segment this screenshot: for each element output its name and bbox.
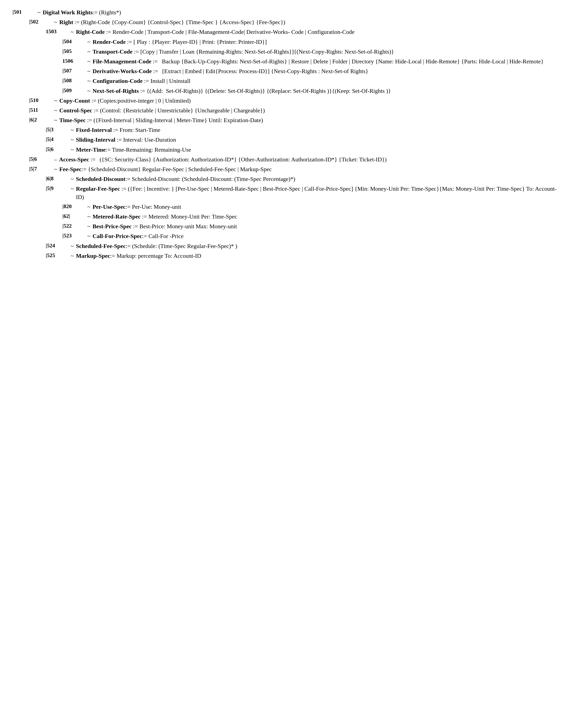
entry-1516-meter: |5|6 ~ Meter-Time:= Time-Remaining: Rema… bbox=[12, 146, 563, 154]
tilde-1525: ~ bbox=[71, 252, 74, 260]
tilde-1523: ~ bbox=[87, 232, 91, 240]
tilde-1522: ~ bbox=[87, 222, 91, 230]
entry-content-1517: Fee-Spec:= {Scheduled-Discount} Regular-… bbox=[59, 165, 563, 173]
entry-number-1501: |501 bbox=[12, 8, 37, 16]
entry-1517: |5|7 ~ Fee-Spec:= {Scheduled-Discount} R… bbox=[12, 165, 563, 173]
tilde-1524: ~ bbox=[71, 242, 74, 250]
entry-number-1516-access: |5|6 bbox=[29, 155, 54, 163]
entry-number-1503: 1503 bbox=[46, 28, 71, 35]
entry-1508: |508 ~ Configuration-Code := Install | U… bbox=[12, 77, 563, 85]
tilde-1621: ~ bbox=[87, 213, 91, 221]
tilde-1511: ~ bbox=[54, 106, 57, 114]
tilde-1503: ~ bbox=[71, 28, 74, 36]
entry-content-1514: Sliding-Interval := Interval: Use-Durati… bbox=[76, 136, 563, 144]
entry-1618: |6|8 ~ Scheduled-Discount:= Scheduled-Di… bbox=[12, 175, 563, 183]
entry-content-1516-meter: Meter-Time:= Time-Remaining: Remaining-U… bbox=[76, 146, 563, 154]
entry-content-1503: Right-Code := Render-Code | Transport-Co… bbox=[76, 28, 563, 36]
entry-number-1519: |5|9 bbox=[46, 185, 71, 192]
entry-content-1510: Copy-Count := (Copies:positive-integer |… bbox=[59, 97, 563, 105]
entry-content-1516-access: Access-Spec := ({SC: Security-Class} {Au… bbox=[59, 155, 563, 163]
entry-1516-access: |5|6 – Access-Spec := ({SC: Security-Cla… bbox=[12, 155, 563, 163]
entry-number-1506: 1506 bbox=[62, 57, 87, 65]
tilde-1514: ~ bbox=[71, 136, 74, 144]
entry-1612: |6|2 ~ Time-Spec := ({Fixed-Interval | S… bbox=[12, 116, 563, 124]
entry-1525: |525 ~ Markup-Spec:= Markup: percentage … bbox=[12, 252, 563, 260]
entry-content-1525: Markup-Spec:= Markup: percentage To: Acc… bbox=[76, 252, 563, 260]
entry-number-1524: |524 bbox=[46, 242, 71, 250]
tilde-1513: ~ bbox=[71, 126, 74, 134]
entry-number-1516-meter: |5|6 bbox=[46, 146, 71, 153]
entry-content-1504: Render-Code := [ Play : {Player: Player-… bbox=[93, 38, 563, 46]
tilde-1504: ~ bbox=[87, 38, 91, 46]
entry-1523: |523 ~ Call-For-Price-Spec:= Call-For -P… bbox=[12, 232, 563, 240]
entry-1621: |62| ~ Metered-Rate-Spec := Metered: Mon… bbox=[12, 213, 563, 221]
entry-content-1509: Next-Set-of-Rights := {(Add: Set-Of-Righ… bbox=[93, 87, 563, 95]
entry-content-1522: Best-Price-Spec := Best-Price: Money-uni… bbox=[93, 222, 563, 230]
entry-number-1522: |522 bbox=[62, 222, 87, 230]
tilde-1820: ~ bbox=[87, 203, 91, 211]
entry-number-1618: |6|8 bbox=[46, 175, 71, 182]
entry-content-1612: Time-Spec := ({Fixed-Interval | Sliding-… bbox=[59, 116, 563, 124]
tilde-1519: ~ bbox=[71, 185, 74, 193]
entry-number-1510: |510 bbox=[29, 97, 54, 104]
entry-1505: |505 ~ Transport-Code := [Copy | Transfe… bbox=[12, 47, 563, 56]
entry-1820: |820 ~ Per-Use-Spec:= Per-Use: Money-uni… bbox=[12, 203, 563, 211]
entry-number-1502: |502 bbox=[29, 18, 54, 26]
entry-number-1513: |5|3 bbox=[46, 126, 71, 133]
tilde-1505: ~ bbox=[87, 47, 91, 56]
entry-content-1507: Derivative-Works-Code := [Extract | Embe… bbox=[93, 67, 563, 75]
entry-1522: |522 ~ Best-Price-Spec := Best-Price: Mo… bbox=[12, 222, 563, 230]
entry-number-1507: |507 bbox=[62, 67, 87, 75]
entry-content-1508: Configuration-Code := Install | Uninstal… bbox=[93, 77, 563, 85]
tilde-1612: ~ bbox=[54, 116, 57, 124]
tilde-1516-access: – bbox=[54, 155, 57, 163]
entry-1511: |511 ~ Control-Spec := (Control: {Restri… bbox=[12, 106, 563, 114]
tilde-1509: ~ bbox=[87, 87, 91, 95]
entry-1501: |501 ~ Digital Work Rights:= (Rights*) bbox=[12, 8, 563, 16]
tilde-1507: ~ bbox=[87, 67, 91, 75]
tilde-1517: ~ bbox=[54, 165, 57, 173]
entry-number-1621: |62| bbox=[62, 213, 87, 220]
entry-content-1505: Transport-Code := [Copy | Transfer | Loa… bbox=[93, 47, 563, 56]
entry-1519: |5|9 ~ Regular-Fee-Spec := ({Fee: | Ince… bbox=[12, 185, 563, 201]
entry-content-1523: Call-For-Price-Spec:= Call-For -Price bbox=[93, 232, 563, 240]
tilde-1506: ~ bbox=[87, 57, 91, 65]
entry-number-1612: |6|2 bbox=[29, 116, 54, 123]
entry-1503: 1503 ~ Right-Code := Render-Code | Trans… bbox=[12, 28, 563, 36]
entry-number-1514: |5|4 bbox=[46, 136, 71, 143]
entry-1509: |509 ~ Next-Set-of-Rights := {(Add: Set-… bbox=[12, 87, 563, 95]
entry-number-1820: |820 bbox=[62, 203, 87, 210]
entry-content-1506: File-Management-Code := Backup {Back-Up-… bbox=[93, 57, 563, 65]
entry-number-1525: |525 bbox=[46, 252, 71, 259]
tilde-1618: ~ bbox=[71, 175, 74, 183]
tilde-1501: ~ bbox=[37, 8, 40, 16]
entry-1513: |5|3 ~ Fixed-Interval := From: Start-Tim… bbox=[12, 126, 563, 134]
tilde-1508: ~ bbox=[87, 77, 91, 85]
entry-content-1519: Regular-Fee-Spec := ({Fee: | Incentive: … bbox=[76, 185, 563, 201]
entry-content-1513: Fixed-Interval := From: Start-Time bbox=[76, 126, 563, 134]
tilde-1502: ~ bbox=[54, 18, 57, 26]
entry-number-1505: |505 bbox=[62, 47, 87, 55]
entry-1510: |510 ~ Copy-Count := (Copies:positive-in… bbox=[12, 97, 563, 105]
entry-content-1618: Scheduled-Discount:= Scheduled-Discount:… bbox=[76, 175, 563, 183]
entry-number-1523: |523 bbox=[62, 232, 87, 240]
entry-content-1502: Right := (Right-Code {Copy-Count} {Contr… bbox=[59, 18, 563, 26]
entry-1504: |504 ~ Render-Code := [ Play : {Player: … bbox=[12, 38, 563, 46]
tilde-1516-meter: ~ bbox=[71, 146, 74, 154]
entry-1524: |524 ~ Scheduled-Fee-Spec:= (Schedule: (… bbox=[12, 242, 563, 250]
entry-content-1820: Per-Use-Spec:= Per-Use: Money-unit bbox=[93, 203, 563, 211]
entry-number-1508: |508 bbox=[62, 77, 87, 84]
entry-1507: |507 ~ Derivative-Works-Code := [Extract… bbox=[12, 67, 563, 75]
entry-1502: |502 ~ Right := (Right-Code {Copy-Count}… bbox=[12, 18, 563, 26]
entry-content-1501: Digital Work Rights:= (Rights*) bbox=[43, 8, 563, 16]
tilde-1510: ~ bbox=[54, 97, 57, 105]
entry-content-1511: Control-Spec := (Control: {Restrictable … bbox=[59, 106, 563, 114]
entry-1506: 1506 ~ File-Management-Code := Backup {B… bbox=[12, 57, 563, 65]
entry-number-1517: |5|7 bbox=[29, 165, 54, 173]
page-content: |501 ~ Digital Work Rights:= (Rights*) |… bbox=[12, 8, 563, 260]
entry-content-1524: Scheduled-Fee-Spec:= (Schedule: (Time-Sp… bbox=[76, 242, 563, 250]
entry-content-1621: Metered-Rate-Spec := Metered: Money-Unit… bbox=[93, 213, 563, 221]
entry-1514: |5|4 ~ Sliding-Interval := Interval: Use… bbox=[12, 136, 563, 144]
entry-number-1504: |504 bbox=[62, 38, 87, 45]
entry-number-1509: |509 bbox=[62, 87, 87, 94]
